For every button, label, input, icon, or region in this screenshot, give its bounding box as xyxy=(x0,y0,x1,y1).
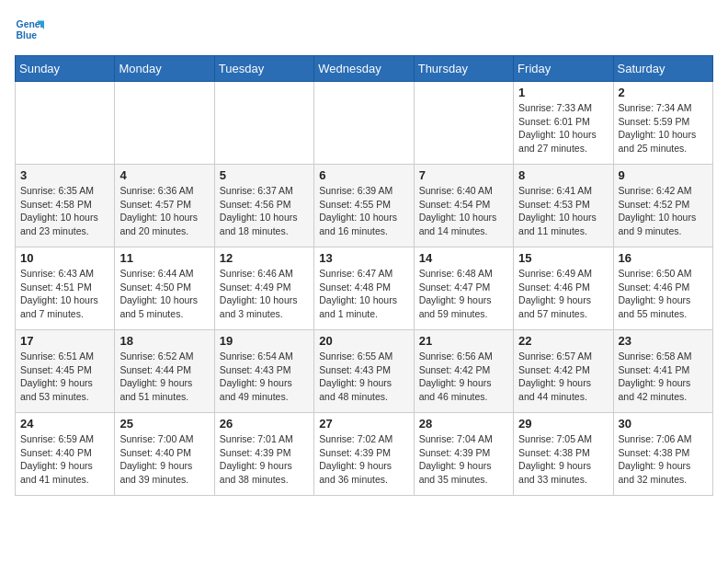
calendar-cell: 21Sunrise: 6:56 AM Sunset: 4:42 PM Dayli… xyxy=(414,330,513,413)
calendar-cell: 22Sunrise: 6:57 AM Sunset: 4:42 PM Dayli… xyxy=(514,330,613,413)
day-number: 16 xyxy=(619,251,708,265)
calendar-cell: 6Sunrise: 6:39 AM Sunset: 4:55 PM Daylig… xyxy=(314,165,414,247)
calendar-cell: 5Sunrise: 6:37 AM Sunset: 4:56 PM Daylig… xyxy=(214,165,313,247)
calendar-cell: 4Sunrise: 6:36 AM Sunset: 4:57 PM Daylig… xyxy=(115,165,214,247)
calendar-cell: 2Sunrise: 7:34 AM Sunset: 5:59 PM Daylig… xyxy=(613,82,712,165)
day-info: Sunrise: 6:42 AM Sunset: 4:52 PM Dayligh… xyxy=(619,184,708,238)
weekday-header-row: SundayMondayTuesdayWednesdayThursdayFrid… xyxy=(16,56,713,82)
day-number: 24 xyxy=(20,417,109,431)
page-header: General Blue xyxy=(15,15,713,44)
day-info: Sunrise: 6:44 AM Sunset: 4:50 PM Dayligh… xyxy=(119,267,209,321)
day-info: Sunrise: 6:52 AM Sunset: 4:44 PM Dayligh… xyxy=(119,350,209,404)
weekday-header-friday: Friday xyxy=(514,56,613,82)
day-number: 15 xyxy=(518,251,608,265)
calendar-cell: 28Sunrise: 7:04 AM Sunset: 4:39 PM Dayli… xyxy=(414,413,513,496)
calendar-week-row: 24Sunrise: 6:59 AM Sunset: 4:40 PM Dayli… xyxy=(16,413,713,496)
day-number: 8 xyxy=(518,168,608,182)
day-number: 2 xyxy=(619,86,708,99)
calendar-cell: 29Sunrise: 7:05 AM Sunset: 4:38 PM Dayli… xyxy=(514,413,613,496)
day-number: 26 xyxy=(220,417,309,431)
day-number: 10 xyxy=(20,251,109,265)
calendar-cell: 16Sunrise: 6:50 AM Sunset: 4:46 PM Dayli… xyxy=(613,247,712,330)
weekday-header-tuesday: Tuesday xyxy=(214,56,313,82)
day-number: 4 xyxy=(119,168,209,182)
day-number: 5 xyxy=(220,168,309,182)
calendar-cell: 26Sunrise: 7:01 AM Sunset: 4:39 PM Dayli… xyxy=(214,413,313,496)
weekday-header-sunday: Sunday xyxy=(16,56,115,82)
day-info: Sunrise: 6:43 AM Sunset: 4:51 PM Dayligh… xyxy=(20,267,109,321)
day-info: Sunrise: 7:00 AM Sunset: 4:40 PM Dayligh… xyxy=(119,432,209,487)
calendar-cell: 3Sunrise: 6:35 AM Sunset: 4:58 PM Daylig… xyxy=(16,165,115,247)
logo-icon: General Blue xyxy=(15,15,44,44)
calendar-cell: 9Sunrise: 6:42 AM Sunset: 4:52 PM Daylig… xyxy=(613,165,712,247)
day-info: Sunrise: 6:51 AM Sunset: 4:45 PM Dayligh… xyxy=(20,350,109,404)
day-info: Sunrise: 7:04 AM Sunset: 4:39 PM Dayligh… xyxy=(419,432,508,487)
day-number: 25 xyxy=(119,417,209,431)
calendar-cell: 13Sunrise: 6:47 AM Sunset: 4:48 PM Dayli… xyxy=(314,247,414,330)
calendar-cell: 8Sunrise: 6:41 AM Sunset: 4:53 PM Daylig… xyxy=(514,165,613,247)
day-number: 21 xyxy=(419,334,508,348)
day-number: 29 xyxy=(518,417,608,431)
calendar-cell: 12Sunrise: 6:46 AM Sunset: 4:49 PM Dayli… xyxy=(214,247,313,330)
day-info: Sunrise: 6:47 AM Sunset: 4:48 PM Dayligh… xyxy=(319,267,408,321)
day-info: Sunrise: 6:56 AM Sunset: 4:42 PM Dayligh… xyxy=(419,350,508,404)
weekday-header-monday: Monday xyxy=(115,56,214,82)
day-info: Sunrise: 6:55 AM Sunset: 4:43 PM Dayligh… xyxy=(319,350,408,404)
day-number: 18 xyxy=(119,334,209,348)
day-info: Sunrise: 7:34 AM Sunset: 5:59 PM Dayligh… xyxy=(619,101,708,155)
day-info: Sunrise: 6:35 AM Sunset: 4:58 PM Dayligh… xyxy=(20,184,109,238)
calendar-cell xyxy=(16,82,115,165)
calendar-cell: 23Sunrise: 6:58 AM Sunset: 4:41 PM Dayli… xyxy=(613,330,712,413)
day-number: 14 xyxy=(419,251,508,265)
svg-text:Blue: Blue xyxy=(17,30,38,40)
day-info: Sunrise: 6:36 AM Sunset: 4:57 PM Dayligh… xyxy=(119,184,209,238)
day-info: Sunrise: 6:48 AM Sunset: 4:47 PM Dayligh… xyxy=(419,267,508,321)
day-number: 9 xyxy=(619,168,708,182)
day-number: 17 xyxy=(20,334,109,348)
day-number: 22 xyxy=(518,334,608,348)
day-number: 27 xyxy=(319,417,408,431)
calendar-week-row: 17Sunrise: 6:51 AM Sunset: 4:45 PM Dayli… xyxy=(16,330,713,413)
day-number: 20 xyxy=(319,334,408,348)
day-info: Sunrise: 6:41 AM Sunset: 4:53 PM Dayligh… xyxy=(518,184,608,238)
day-info: Sunrise: 6:57 AM Sunset: 4:42 PM Dayligh… xyxy=(518,350,608,404)
calendar-cell: 25Sunrise: 7:00 AM Sunset: 4:40 PM Dayli… xyxy=(115,413,214,496)
day-info: Sunrise: 7:01 AM Sunset: 4:39 PM Dayligh… xyxy=(220,432,309,487)
calendar-cell xyxy=(414,82,513,165)
day-info: Sunrise: 6:39 AM Sunset: 4:55 PM Dayligh… xyxy=(319,184,408,238)
day-info: Sunrise: 6:40 AM Sunset: 4:54 PM Dayligh… xyxy=(419,184,508,238)
calendar-cell: 27Sunrise: 7:02 AM Sunset: 4:39 PM Dayli… xyxy=(314,413,414,496)
calendar-cell: 30Sunrise: 7:06 AM Sunset: 4:38 PM Dayli… xyxy=(613,413,712,496)
calendar-cell xyxy=(214,82,313,165)
calendar-week-row: 1Sunrise: 7:33 AM Sunset: 6:01 PM Daylig… xyxy=(16,82,713,165)
weekday-header-thursday: Thursday xyxy=(414,56,513,82)
day-number: 30 xyxy=(619,417,708,431)
day-info: Sunrise: 6:54 AM Sunset: 4:43 PM Dayligh… xyxy=(220,350,309,404)
day-number: 19 xyxy=(220,334,309,348)
day-number: 12 xyxy=(220,251,309,265)
calendar-cell xyxy=(115,82,214,165)
day-info: Sunrise: 7:05 AM Sunset: 4:38 PM Dayligh… xyxy=(518,432,608,487)
day-info: Sunrise: 6:58 AM Sunset: 4:41 PM Dayligh… xyxy=(619,350,708,404)
day-info: Sunrise: 6:49 AM Sunset: 4:46 PM Dayligh… xyxy=(518,267,608,321)
weekday-header-saturday: Saturday xyxy=(613,56,712,82)
day-info: Sunrise: 6:37 AM Sunset: 4:56 PM Dayligh… xyxy=(220,184,309,238)
calendar-cell: 19Sunrise: 6:54 AM Sunset: 4:43 PM Dayli… xyxy=(214,330,313,413)
day-number: 1 xyxy=(518,86,608,99)
weekday-header-wednesday: Wednesday xyxy=(314,56,414,82)
day-info: Sunrise: 7:02 AM Sunset: 4:39 PM Dayligh… xyxy=(319,432,408,487)
day-info: Sunrise: 6:46 AM Sunset: 4:49 PM Dayligh… xyxy=(220,267,309,321)
calendar-cell: 11Sunrise: 6:44 AM Sunset: 4:50 PM Dayli… xyxy=(115,247,214,330)
calendar-cell: 20Sunrise: 6:55 AM Sunset: 4:43 PM Dayli… xyxy=(314,330,414,413)
day-info: Sunrise: 6:50 AM Sunset: 4:46 PM Dayligh… xyxy=(619,267,708,321)
calendar-table: SundayMondayTuesdayWednesdayThursdayFrid… xyxy=(15,55,713,496)
day-number: 3 xyxy=(20,168,109,182)
calendar-cell: 10Sunrise: 6:43 AM Sunset: 4:51 PM Dayli… xyxy=(16,247,115,330)
day-info: Sunrise: 6:59 AM Sunset: 4:40 PM Dayligh… xyxy=(20,432,109,487)
day-number: 7 xyxy=(419,168,508,182)
calendar-week-row: 3Sunrise: 6:35 AM Sunset: 4:58 PM Daylig… xyxy=(16,165,713,247)
day-info: Sunrise: 7:33 AM Sunset: 6:01 PM Dayligh… xyxy=(518,101,608,155)
day-number: 6 xyxy=(319,168,408,182)
day-info: Sunrise: 7:06 AM Sunset: 4:38 PM Dayligh… xyxy=(619,432,708,487)
calendar-cell: 1Sunrise: 7:33 AM Sunset: 6:01 PM Daylig… xyxy=(514,82,613,165)
